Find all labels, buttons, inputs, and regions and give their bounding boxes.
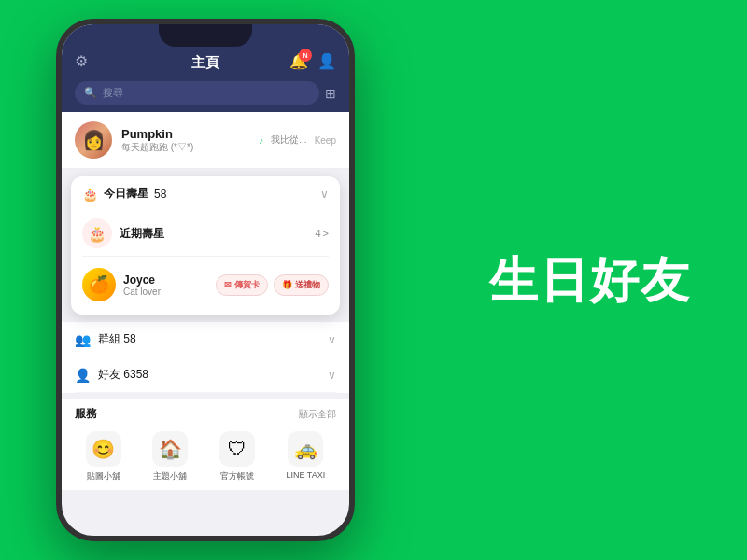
notification-badge: N — [299, 49, 312, 62]
gift-btn-label: 送禮物 — [295, 279, 320, 291]
services-section: 服務 顯示全部 😊 貼圖小舖 🏠 主題小舖 🛡 — [62, 399, 349, 490]
birthday-card: 🎂 今日壽星 58 ∨ 🎂 近期壽星 4 — [71, 176, 340, 315]
birthday-card-chevron[interactable]: ∨ — [320, 188, 329, 201]
profile-name: Pumpkin — [121, 127, 249, 141]
profile-actions: ♪ 我比從... Keep — [259, 133, 336, 147]
service-sticker-shop[interactable]: 😊 貼圖小舖 — [86, 431, 121, 483]
contact-actions: ✉ 傳賀卡 🎁 送禮物 — [216, 274, 329, 296]
groups-icon: 👥 — [75, 332, 91, 347]
contact-avatar: 🍊 — [82, 268, 116, 301]
official-account-label: 官方帳號 — [220, 470, 254, 483]
friends-row[interactable]: 👤 好友 6358 ∨ — [75, 357, 336, 393]
cake-icon-circle: 🎂 — [82, 218, 112, 248]
contact-info: Joyce Cat lover — [123, 273, 208, 297]
phone-shell: ⚙ 主頁 🔔 N 👤 🔍 搜尋 ⊞ — [56, 19, 355, 541]
friends-icon: 👤 — [75, 368, 91, 383]
contact-avatar-emoji: 🍊 — [89, 274, 109, 295]
profile-avatar: 👩 — [75, 121, 112, 159]
notch — [159, 24, 252, 47]
profile-icon[interactable]: 👤 — [317, 52, 336, 70]
send-card-button[interactable]: ✉ 傳賀卡 — [216, 274, 268, 296]
groups-row-left: 👥 群組 58 — [75, 331, 136, 347]
recent-birthdays-label: 近期壽星 — [120, 226, 164, 242]
birthday-count: 58 — [154, 188, 166, 201]
birthday-header-icon: 🎂 — [82, 187, 98, 202]
right-text: 生日好友 — [489, 251, 691, 309]
friends-label: 好友 6358 — [98, 367, 148, 383]
music-note-icon: ♪ — [259, 135, 263, 146]
theme-shop-icon: 🏠 — [152, 431, 188, 467]
phone-wrapper: ⚙ 主頁 🔔 N 👤 🔍 搜尋 ⊞ — [56, 19, 355, 541]
send-gift-button[interactable]: 🎁 送禮物 — [274, 274, 329, 296]
service-theme-shop[interactable]: 🏠 主題小舖 — [152, 431, 188, 483]
profile-info: Pumpkin 每天超跑跑 (*▽*) — [121, 127, 249, 154]
birthday-header-left: 🎂 今日壽星 58 — [82, 186, 166, 202]
sticker-shop-label: 貼圖小舖 — [87, 470, 120, 483]
line-taxi-label: LINE TAXI — [287, 470, 326, 480]
line-taxi-icon: 🚕 — [288, 431, 323, 467]
header-icons-right: 🔔 N 👤 — [289, 52, 336, 70]
contact-row: 🍊 Joyce Cat lover ✉ 傳賀卡 🎁 — [82, 264, 329, 305]
keep-button[interactable]: Keep — [315, 135, 336, 146]
birthday-card-header: 🎂 今日壽星 58 ∨ — [82, 186, 329, 202]
list-section: 👥 群組 58 ∨ 👤 好友 6358 ∨ — [62, 322, 349, 393]
contact-description: Cat lover — [123, 287, 208, 297]
service-line-taxi[interactable]: 🚕 LINE TAXI — [287, 431, 326, 483]
search-bar: 🔍 搜尋 ⊞ — [62, 77, 349, 112]
recent-birthdays-row[interactable]: 🎂 近期壽星 4 > — [82, 211, 329, 257]
search-placeholder: 搜尋 — [103, 86, 123, 100]
theme-shop-label: 主題小舖 — [153, 470, 187, 483]
services-show-all[interactable]: 顯示全部 — [299, 408, 336, 421]
content-area: 🎂 今日壽星 58 ∨ 🎂 近期壽星 4 — [62, 169, 349, 536]
recent-birthdays-left: 🎂 近期壽星 — [82, 218, 164, 248]
recent-birthdays-right: 4 > — [315, 228, 329, 239]
app-screen: ⚙ 主頁 🔔 N 👤 🔍 搜尋 ⊞ — [62, 24, 349, 536]
friends-chevron-icon: ∨ — [328, 369, 336, 382]
search-input-wrapper[interactable]: 🔍 搜尋 — [75, 81, 319, 105]
settings-icon[interactable]: ⚙ — [75, 52, 88, 70]
profile-status: 每天超跑跑 (*▽*) — [121, 141, 249, 154]
right-text-line1: 生日好友 — [489, 251, 691, 309]
header-title: 主頁 — [191, 54, 219, 72]
sticker-shop-icon: 😊 — [86, 431, 121, 467]
search-icon: 🔍 — [84, 87, 97, 99]
groups-chevron-icon: ∨ — [328, 333, 336, 346]
card-btn-label: 傳賀卡 — [234, 279, 260, 291]
gift-icon: 🎁 — [282, 280, 292, 289]
services-header: 服務 顯示全部 — [75, 406, 336, 422]
card-icon: ✉ — [224, 280, 232, 289]
official-account-icon: 🛡 — [219, 431, 255, 467]
groups-label: 群組 58 — [98, 331, 136, 347]
services-grid: 😊 貼圖小舖 🏠 主題小舖 🛡 官方帳號 🚕 — [75, 431, 336, 483]
recent-chevron-icon: > — [323, 228, 329, 239]
service-official-account[interactable]: 🛡 官方帳號 — [219, 431, 255, 483]
profile-card[interactable]: 👩 Pumpkin 每天超跑跑 (*▽*) ♪ 我比從... Keep — [62, 112, 349, 169]
services-title: 服務 — [75, 406, 97, 422]
recent-count: 4 — [315, 228, 320, 239]
contact-name: Joyce — [123, 273, 208, 287]
scan-icon[interactable]: ⊞ — [325, 86, 336, 101]
notification-icon-wrapper[interactable]: 🔔 N — [289, 52, 308, 70]
friends-row-left: 👤 好友 6358 — [75, 367, 148, 383]
music-text: 我比從... — [271, 133, 306, 147]
birthday-title: 今日壽星 — [104, 186, 148, 202]
groups-row[interactable]: 👥 群組 58 ∨ — [75, 322, 336, 357]
